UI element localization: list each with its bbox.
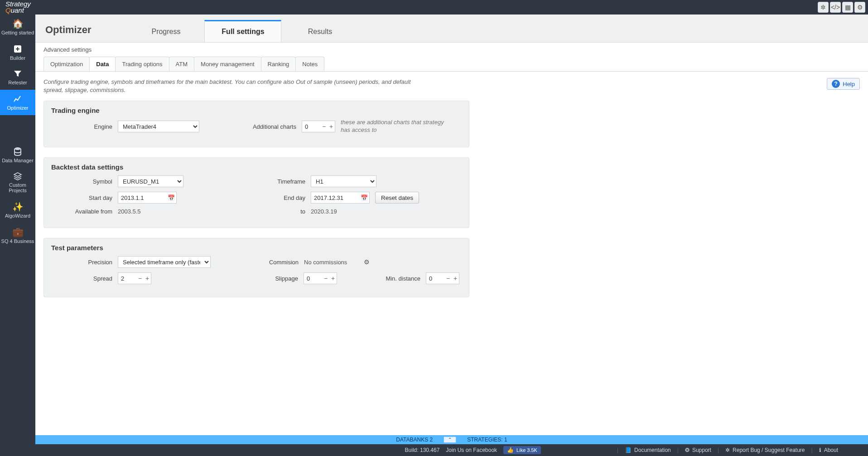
about-link[interactable]: ℹAbout: [819, 447, 838, 453]
thumb-icon: 👍: [507, 447, 514, 453]
end-day-label: End day: [260, 194, 305, 201]
book-icon: 📘: [625, 447, 632, 453]
panel-title: Backtest data settings: [51, 163, 462, 171]
fb-like-button[interactable]: 👍Like 3.5K: [503, 446, 541, 454]
tab-optimization[interactable]: Optimization: [43, 57, 90, 71]
grid-icon[interactable]: ▦: [842, 2, 853, 13]
tab-atm[interactable]: ATM: [169, 57, 194, 71]
end-day-input[interactable]: [311, 192, 370, 204]
reset-dates-button[interactable]: Reset dates: [375, 192, 419, 204]
stepper-plus[interactable]: +: [144, 273, 151, 284]
sub-header-label: Advanced settings: [43, 46, 860, 53]
sidebar-item-label: SQ 4 Business: [1, 238, 34, 244]
collapse-toggle[interactable]: ⌃: [444, 437, 456, 443]
sidebar-item-sq4business[interactable]: 💼 SQ 4 Business: [0, 223, 35, 248]
documentation-link[interactable]: 📘Documentation: [625, 447, 671, 453]
timeframe-label: Timeframe: [260, 178, 305, 185]
sidebar-item-getting-started[interactable]: 🏠 Getting started: [0, 15, 35, 40]
engine-label: Engine: [51, 123, 112, 130]
slippage-label: Slippage: [257, 275, 298, 282]
support-link[interactable]: ❂Support: [685, 447, 711, 453]
timeframe-select[interactable]: H1: [311, 175, 376, 187]
bug-icon[interactable]: ✲: [818, 2, 829, 13]
wand-icon: ✨: [12, 202, 24, 211]
sidebar-item-data-manager[interactable]: Data Manager: [0, 142, 35, 168]
sidebar: 🏠 Getting started Builder Retester Opt: [0, 15, 35, 456]
sidebar-item-label: Custom Projects: [1, 182, 34, 193]
additional-charts-stepper[interactable]: − +: [302, 121, 335, 132]
additional-charts-label: Additional charts: [242, 123, 296, 130]
mindistance-stepper[interactable]: − +: [426, 272, 459, 284]
settings-tabs: Optimization Data Trading options ATM Mo…: [43, 57, 860, 71]
tab-progress[interactable]: Progress: [127, 21, 204, 42]
svg-point-1: [14, 147, 21, 150]
tab-notes[interactable]: Notes: [295, 57, 324, 71]
commission-gear-icon[interactable]: ⚙: [364, 258, 370, 266]
available-to-label: to: [260, 208, 305, 215]
app-logo: Strategy QQuantuant: [3, 0, 34, 15]
filter-icon: [14, 70, 22, 78]
additional-charts-hint: these are additional charts that strateg…: [341, 119, 445, 134]
spread-input[interactable]: [118, 273, 136, 284]
database-icon: [14, 147, 22, 156]
databanks-label: DATABANKS 2: [396, 437, 433, 443]
page-header: Optimizer Progress Full settings Results: [35, 15, 868, 43]
tab-data[interactable]: Data: [89, 57, 116, 71]
stepper-minus[interactable]: −: [444, 273, 452, 284]
info-text: Configure trading engine, symbols and ti…: [43, 78, 420, 94]
stepper-plus[interactable]: +: [329, 273, 337, 284]
panel-title: Test parameters: [51, 244, 462, 252]
help-button[interactable]: ? Help: [827, 78, 860, 90]
available-from-value: 2003.5.5: [118, 208, 177, 215]
mindistance-input[interactable]: [426, 273, 444, 284]
stepper-plus[interactable]: +: [452, 273, 459, 284]
stepper-minus[interactable]: −: [320, 121, 328, 132]
tab-ranking[interactable]: Ranking: [261, 57, 296, 71]
mindistance-label: Min. distance: [375, 275, 420, 282]
tab-trading-options[interactable]: Trading options: [115, 57, 169, 71]
sidebar-item-optimizer[interactable]: Optimizer: [0, 90, 35, 115]
report-bug-link[interactable]: ✲Report Bug / Suggest Feature: [725, 447, 805, 453]
precision-select[interactable]: Selected timeframe only (faste...: [118, 256, 211, 268]
additional-charts-input[interactable]: [302, 121, 320, 132]
layers-icon: [13, 172, 22, 180]
join-facebook-link[interactable]: Join Us on Facebook: [446, 447, 497, 453]
help-label: Help: [843, 81, 855, 87]
symbol-label: Symbol: [51, 178, 112, 185]
logo-bottom: QQuantuant: [5, 7, 31, 14]
code-icon[interactable]: </>: [830, 2, 841, 13]
stepper-minus[interactable]: −: [322, 273, 329, 284]
databanks-strip: DATABANKS 2 ⌃ STRATEGIES: 1: [35, 435, 868, 444]
sidebar-item-algowizard[interactable]: ✨ AlgoWizard: [0, 198, 35, 223]
sidebar-item-label: Getting started: [1, 30, 34, 35]
stepper-minus[interactable]: −: [136, 273, 144, 284]
strategies-label: STRATEGIES: 1: [467, 437, 507, 443]
symbol-select[interactable]: EURUSD_M1: [118, 175, 183, 187]
sidebar-item-label: AlgoWizard: [5, 213, 30, 218]
titlebar: Strategy QQuantuant ✲ </> ▦ ⚙: [0, 0, 868, 15]
sidebar-item-retester[interactable]: Retester: [0, 65, 35, 90]
bug-icon: ✲: [725, 447, 730, 453]
sidebar-item-label: Data Manager: [2, 158, 34, 163]
briefcase-icon: 💼: [12, 228, 24, 237]
sidebar-item-builder[interactable]: Builder: [0, 40, 35, 65]
sidebar-item-label: Retester: [8, 80, 27, 85]
stepper-plus[interactable]: +: [328, 121, 335, 132]
gear-icon[interactable]: ⚙: [854, 2, 865, 13]
plus-square-icon: [13, 44, 22, 53]
commission-value: No commissions: [304, 259, 358, 266]
tab-money-management[interactable]: Money management: [194, 57, 261, 71]
build-label: Build: 130.467: [405, 447, 440, 453]
chart-line-icon: [13, 94, 22, 103]
start-day-input[interactable]: [118, 192, 177, 204]
slippage-stepper[interactable]: − +: [304, 272, 337, 284]
start-day-label: Start day: [51, 194, 112, 201]
sidebar-item-custom-projects[interactable]: Custom Projects: [0, 168, 35, 198]
tab-full-settings[interactable]: Full settings: [204, 20, 281, 42]
engine-select[interactable]: MetaTrader4: [118, 121, 199, 132]
panel-title: Trading engine: [51, 107, 462, 114]
slippage-input[interactable]: [304, 273, 322, 284]
available-to-value: 2020.3.19: [311, 208, 337, 215]
tab-results[interactable]: Results: [281, 21, 358, 42]
spread-stepper[interactable]: − +: [118, 272, 151, 284]
